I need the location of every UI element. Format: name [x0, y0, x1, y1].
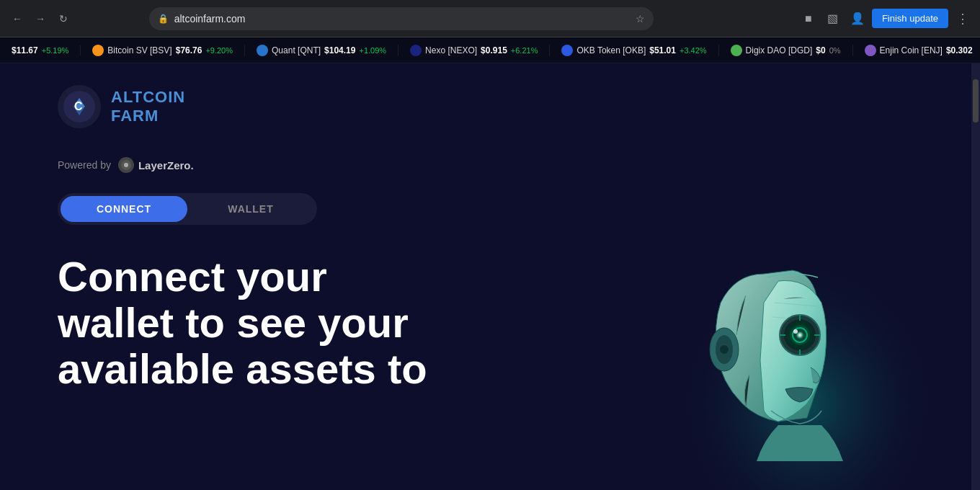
logo-inner: C [63, 91, 95, 122]
ticker-item-dgd: Digix DAO [DGD] $0 0% [719, 45, 853, 56]
nexo-change: +6.21% [511, 46, 538, 55]
hero-line1: Connect your [58, 254, 490, 300]
bsv-icon [92, 45, 104, 56]
leading-price: $11.67 [12, 45, 38, 55]
back-button[interactable]: ← [7, 9, 27, 29]
nav-buttons: ← → ↻ [7, 9, 74, 29]
powered-by-label: Powered by [58, 159, 111, 171]
url-text: altcoinfarm.com [174, 13, 630, 24]
svg-point-3 [124, 163, 128, 167]
address-bar[interactable]: 🔒 altcoinfarm.com ☆ [149, 7, 654, 30]
logo-circle: C [58, 85, 101, 128]
ticker-bar: $11.67 +5.19% Bitcoin SV [BSV] $76.76 +9… [0, 37, 980, 63]
ticker-item-enj: Enjin Coin [ENJ] $0.302 [853, 45, 980, 56]
dgd-change: 0% [829, 46, 841, 55]
enj-icon [865, 45, 876, 56]
layerzero-icon [118, 157, 134, 173]
svg-text:C: C [74, 100, 83, 112]
svg-point-14 [793, 329, 798, 334]
powered-by: Powered by LayerZero. [58, 157, 922, 173]
dgd-name: Digix DAO [DGD] [746, 45, 813, 55]
reload-button[interactable]: ↻ [53, 9, 74, 29]
profile-button[interactable]: 👤 [847, 9, 868, 29]
scrollbar-thumb[interactable] [973, 79, 979, 122]
ticker-item-nexo: Nexo [NEXO] $0.915 +6.21% [398, 45, 550, 56]
browser-menu-button[interactable]: ⋮ [953, 9, 973, 29]
bsv-change: +9.20% [205, 46, 233, 55]
okb-price: $51.01 [649, 45, 676, 55]
extensions-button[interactable]: ■ [798, 9, 819, 29]
bsv-price: $76.76 [176, 45, 202, 55]
star-icon[interactable]: ☆ [636, 13, 645, 24]
ticker-item-qnt: Quant [QNT] $104.19 +1.09% [245, 45, 398, 56]
bsv-name: Bitcoin SV [BSV] [107, 45, 172, 55]
nexo-price: $0.915 [481, 45, 507, 55]
forward-button[interactable]: → [30, 9, 50, 29]
qnt-name: Quant [QNT] [272, 45, 321, 55]
finish-update-button[interactable]: Finish update [872, 9, 948, 28]
ticker-item-leading: $11.67 +5.19% [0, 45, 81, 55]
connect-button[interactable]: CONNECT [61, 196, 187, 222]
dgd-price: $0 [816, 45, 825, 55]
logo-name-bottom: FARM [111, 107, 185, 125]
lock-icon: 🔒 [158, 14, 169, 24]
sidebar-button[interactable]: ▧ [823, 9, 843, 29]
layerzero-brand: LayerZero. [138, 159, 194, 172]
okb-name: OKB Token [OKB] [576, 45, 646, 55]
nexo-name: Nexo [NEXO] [425, 45, 477, 55]
logo-text: ALTCOIN FARM [111, 88, 185, 125]
browser-actions: ■ ▧ 👤 Finish update ⋮ [798, 9, 973, 29]
okb-icon [561, 45, 573, 56]
leading-change: +5.19% [42, 46, 69, 55]
main-content: C ALTCOIN FARM Powered by LayerZero. CON… [0, 63, 980, 490]
dgd-icon [731, 45, 742, 56]
qnt-price: $104.19 [324, 45, 355, 55]
svg-point-7 [720, 345, 729, 354]
hero-text: Connect your wallet to see your availabl… [58, 254, 490, 391]
wallet-button[interactable]: WALLET [187, 196, 314, 222]
ticker-item-bsv: Bitcoin SV [BSV] $76.76 +9.20% [81, 45, 245, 56]
logo-area: C ALTCOIN FARM [58, 85, 922, 128]
hero-line3: available assets to [58, 346, 490, 392]
enj-name: Enjin Coin [ENJ] [880, 45, 943, 55]
logo-name-top: ALTCOIN [111, 88, 185, 107]
nexo-icon [410, 45, 422, 56]
qnt-icon [257, 45, 268, 56]
ticker-content: $11.67 +5.19% Bitcoin SV [BSV] $76.76 +9… [0, 45, 980, 56]
robot-image [663, 187, 937, 490]
qnt-change: +1.09% [359, 46, 386, 55]
scrollbar[interactable] [971, 63, 980, 490]
toggle-group: CONNECT WALLET [58, 193, 317, 225]
ticker-item-okb: OKB Token [OKB] $51.01 +3.42% [550, 45, 718, 56]
okb-change: +3.42% [680, 46, 707, 55]
layerzero-logo: LayerZero. [118, 157, 194, 173]
enj-price: $0.302 [946, 45, 973, 55]
hero-line2: wallet to see your [58, 300, 490, 346]
browser-chrome: ← → ↻ 🔒 altcoinfarm.com ☆ ■ ▧ 👤 Finish u… [0, 0, 980, 37]
